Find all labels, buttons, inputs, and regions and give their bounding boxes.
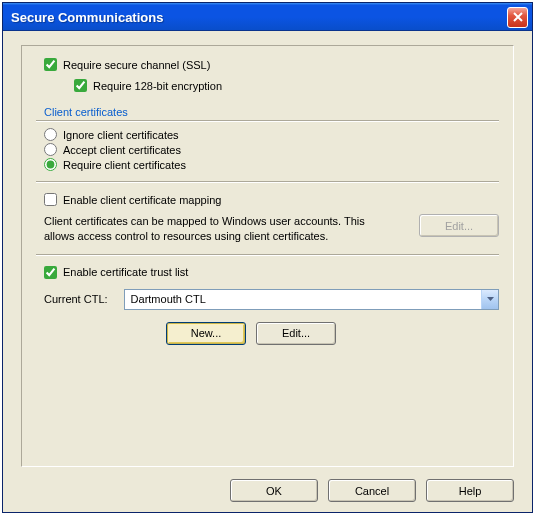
chevron-down-icon (487, 297, 494, 301)
enable-ctl-label[interactable]: Enable certificate trust list (63, 266, 188, 278)
mapping-edit-button: Edit... (419, 214, 499, 237)
require-128bit-row: Require 128-bit encryption (74, 79, 499, 92)
current-ctl-label: Current CTL: (44, 293, 108, 305)
require-ssl-row: Require secure channel (SSL) (44, 58, 499, 71)
cancel-button[interactable]: Cancel (328, 479, 416, 502)
enable-mapping-row: Enable client certificate mapping (44, 193, 499, 206)
require-certs-label[interactable]: Require client certificates (63, 159, 186, 171)
require-ssl-checkbox[interactable] (44, 58, 57, 71)
current-ctl-row: Current CTL: Dartmouth CTL (44, 289, 499, 310)
client-certs-group-label: Client certificates (44, 106, 499, 118)
main-panel: Require secure channel (SSL) Require 128… (21, 45, 514, 467)
current-ctl-value: Dartmouth CTL (125, 290, 481, 309)
close-button[interactable] (507, 7, 528, 28)
require-128bit-checkbox[interactable] (74, 79, 87, 92)
ignore-certs-radio[interactable] (44, 128, 57, 141)
dialog-window: Secure Communications Require secure cha… (2, 2, 533, 513)
mapping-description: Client certificates can be mapped to Win… (44, 214, 384, 244)
require-ssl-label[interactable]: Require secure channel (SSL) (63, 59, 210, 71)
enable-ctl-row: Enable certificate trust list (44, 266, 499, 279)
ctl-new-button[interactable]: New... (166, 322, 246, 345)
ignore-certs-row: Ignore client certificates (44, 128, 499, 141)
titlebar[interactable]: Secure Communications (3, 3, 532, 31)
window-title: Secure Communications (11, 10, 507, 25)
require-certs-radio[interactable] (44, 158, 57, 171)
require-128bit-label[interactable]: Require 128-bit encryption (93, 80, 222, 92)
dialog-button-row: OK Cancel Help (21, 479, 514, 502)
accept-certs-row: Accept client certificates (44, 143, 499, 156)
current-ctl-dropdown[interactable]: Dartmouth CTL (124, 289, 499, 310)
section-divider-2 (36, 254, 499, 256)
ctl-edit-button[interactable]: Edit... (256, 322, 336, 345)
dropdown-arrow-button[interactable] (481, 290, 498, 309)
dialog-content: Require secure channel (SSL) Require 128… (3, 31, 532, 512)
enable-mapping-checkbox[interactable] (44, 193, 57, 206)
ctl-button-row: New... Edit... (166, 322, 499, 345)
require-certs-row: Require client certificates (44, 158, 499, 171)
section-divider (36, 181, 499, 183)
accept-certs-label[interactable]: Accept client certificates (63, 144, 181, 156)
help-button[interactable]: Help (426, 479, 514, 502)
enable-ctl-checkbox[interactable] (44, 266, 57, 279)
enable-mapping-label[interactable]: Enable client certificate mapping (63, 194, 221, 206)
close-icon (513, 12, 523, 22)
group-divider (36, 120, 499, 122)
ok-button[interactable]: OK (230, 479, 318, 502)
accept-certs-radio[interactable] (44, 143, 57, 156)
ignore-certs-label[interactable]: Ignore client certificates (63, 129, 179, 141)
mapping-desc-row: Client certificates can be mapped to Win… (36, 208, 499, 244)
